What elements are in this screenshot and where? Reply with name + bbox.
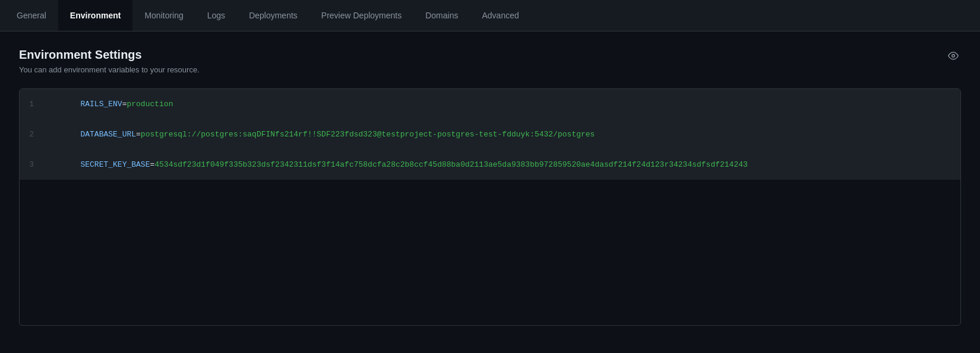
tab-advanced[interactable]: Advanced — [470, 0, 530, 31]
tab-bar: General Environment Monitoring Logs Depl… — [0, 0, 980, 31]
env-value-3: 4534sdf23d1f049f335b323dsf2342311dsf3f14… — [154, 160, 748, 169]
env-line-3: 3 SECRET_KEY_BASE=4534sdf23d1f049f335b32… — [20, 150, 960, 180]
line-number-2: 2 — [20, 130, 43, 139]
section-title: Environment Settings — [19, 48, 961, 62]
section-subtitle: You can add environment variables to you… — [19, 65, 961, 74]
line-number-3: 3 — [20, 160, 43, 169]
tab-domains[interactable]: Domains — [413, 0, 470, 31]
env-value-1: production — [127, 100, 173, 109]
line-content-1: RAILS_ENV=production — [43, 91, 960, 117]
tab-general[interactable]: General — [5, 0, 58, 31]
env-line-2: 2 DATABASE_URL=postgresql://postgres:saq… — [20, 119, 960, 150]
toggle-visibility-button[interactable] — [946, 48, 961, 65]
main-content: Environment Settings You can add environ… — [0, 31, 980, 342]
tab-environment[interactable]: Environment — [58, 0, 133, 31]
tab-monitoring[interactable]: Monitoring — [132, 0, 195, 31]
line-content-2: DATABASE_URL=postgresql://postgres:saqDF… — [43, 121, 960, 148]
eye-icon — [948, 50, 959, 61]
env-key-1: RAILS_ENV — [80, 100, 122, 109]
tab-logs[interactable]: Logs — [195, 0, 237, 31]
env-key-2: DATABASE_URL — [80, 130, 136, 139]
env-key-3: SECRET_KEY_BASE — [80, 160, 150, 169]
tab-preview-deployments[interactable]: Preview Deployments — [309, 0, 413, 31]
env-line-1: 1 RAILS_ENV=production — [20, 89, 960, 119]
line-number-1: 1 — [20, 100, 43, 109]
line-content-3: SECRET_KEY_BASE=4534sdf23d1f049f335b323d… — [43, 151, 960, 178]
tab-deployments[interactable]: Deployments — [237, 0, 309, 31]
svg-point-0 — [952, 55, 955, 58]
code-editor[interactable]: 1 RAILS_ENV=production 2 DATABASE_URL=po… — [19, 88, 961, 326]
env-value-2: postgresql://postgres:saqDFINfs214rf!!SD… — [141, 130, 595, 139]
